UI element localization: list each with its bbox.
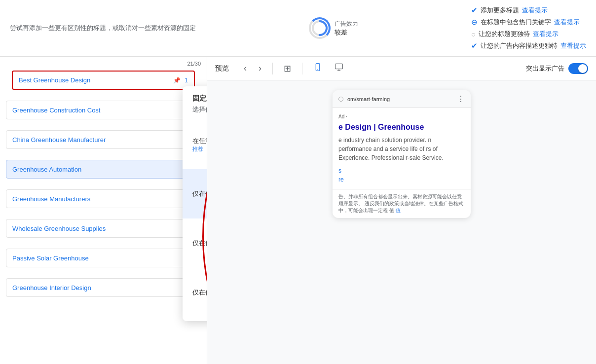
phone-home-indicator [338,97,343,102]
item-wrapper-6: 29/ Wholesale Greenhouse Supplies [6,212,201,238]
top-bar: 尝试再添加一些更有区别性的标题，或取消对一些素材资源的固定 广告效力 较差 ✔ … [0,0,596,57]
counter-7: 24/ [6,242,201,248]
ad-body: e industry chain solution provider. n pe… [338,136,465,162]
headline-item-7[interactable]: Passive Solar Greenhouse [6,249,201,267]
ad-links: s re [338,167,465,183]
item-wrapper-7: 24/ Passive Solar Greenhouse [6,242,201,267]
headline-item-1[interactable]: Best Greenhouse Design 📌 1 [12,71,195,90]
preview-content: om/smart-farming ⋮ Ad · e Design | Green… [207,80,596,364]
dropdown-option-pos2[interactable]: 仅在位置 2 中显示 Ad · [183,218,207,268]
ad-quality-score: 较差 [335,28,358,37]
checked-icon-4: ✔ [471,41,478,50]
ad-quality-label: 广告效力 [335,20,358,28]
headline-text-1: Best Greenhouse Design [19,76,90,84]
headline-item-3[interactable]: China Greenhouse Manufacturer [6,130,201,149]
item-wrapper-2: 32/ Greenhouse Construction Cost [6,94,201,119]
phone-url: om/smart-farming [347,96,457,102]
dropdown-title: 固定此标题 [183,94,207,105]
counter-6: 29/ [6,212,201,218]
headline-text-7: Passive Solar Greenhouse [12,255,89,262]
counter-1: 21/30 [6,61,201,67]
tip-link-2[interactable]: 查看提示 [554,18,580,27]
tip-text-4: 让您的广告内容描述更独特 [481,41,558,50]
mobile-button[interactable] [310,61,325,76]
main-content: 21/30 Best Greenhouse Design 📌 1 32/ Gre… [0,57,596,364]
headline-item-5[interactable]: Greenhouse Manufacturers [6,189,201,208]
dropdown-option-pos3[interactable]: 仅在位置 3 中显示 Ad · [183,268,207,317]
option-pos2-label: 仅在位置 2 中显示 [192,239,207,248]
ad-headline: e Design | Greenhouse [338,122,465,133]
headline-text-6: Wholesale Greenhouse Supplies [12,225,106,232]
pin-num-1: 1 [185,77,188,84]
option-pos3-label: 仅在位置 3 中显示 [192,288,207,297]
headline-text-5: Greenhouse Manufacturers [12,195,90,203]
svg-rect-4 [335,64,343,69]
checked-icon-1: ✔ [471,6,478,15]
ad-tag: Ad · [338,114,465,119]
counter-5: 24/ [6,182,201,188]
tip-link-3[interactable]: 查看提示 [533,30,559,38]
dropdown-option-any[interactable]: 在任意非固定位置显示 推荐 Ad · [183,120,207,169]
toggle-knob [578,64,587,73]
option-pos1-label: 仅在位置 1 中显示 [192,189,207,198]
headline-text-8: Greenhouse Interior Design [12,284,91,291]
item-wrapper-3: 29/ China Greenhouse Manufacturer [6,123,201,149]
ad-link-2[interactable]: re [338,176,465,183]
counter-8: 26/30 [6,271,201,277]
ad-disclaimer-text: 告。并非所有组合都会显示出来。素材资源可能会以任意顺序显示。 违反我们的政策或当… [338,194,463,213]
item-wrapper-5: 24/ Greenhouse Manufacturers [6,182,201,208]
item-wrapper-8: 26/30 Greenhouse Interior Design [6,271,201,297]
desktop-button[interactable] [331,61,347,76]
left-panel: 21/30 Best Greenhouse Design 📌 1 32/ Gre… [0,57,207,364]
tip-row-3: ○ 让您的标题更独特 查看提示 [471,30,586,38]
grid-button[interactable]: ⊞ [281,61,294,76]
highlight-toggle-section: 突出显示广告 [526,63,588,74]
headline-text-4: Greenhouse Automation [12,166,81,173]
right-panel: 预览 ‹ › ⊞ 突出显示广告 om/smar [207,57,596,364]
forward-button[interactable]: › [256,61,264,75]
preview-toolbar: 预览 ‹ › ⊞ 突出显示广告 [207,57,596,80]
highlight-toggle[interactable] [568,63,588,74]
tip-row-1: ✔ 添加更多标题 查看提示 [471,6,586,15]
headline-item-6[interactable]: Wholesale Greenhouse Supplies [6,219,201,238]
phone-menu-icon[interactable]: ⋮ [457,94,465,104]
headline-item-8[interactable]: Greenhouse Interior Design [6,278,201,297]
headline-text-3: China Greenhouse Manufacturer [12,136,106,144]
instruction-text: 尝试再添加一些更有区别性的标题，或取消对一些素材资源的固定 [10,24,196,33]
toolbar-separator-2 [302,63,302,74]
empty-icon-3: ○ [471,30,476,38]
tip-text-2: 在标题中包含热门关键字 [481,18,551,27]
tip-link-4[interactable]: 查看提示 [560,41,586,50]
headline-text-2: Greenhouse Construction Cost [12,107,100,114]
ad-disclaimer: 告。并非所有组合都会显示出来。素材资源可能会以任意顺序显示。 违反我们的政策或当… [333,189,471,218]
back-button[interactable]: ‹ [241,61,250,75]
toolbar-separator-1 [272,63,273,74]
pin-position-dropdown: 固定此标题 选择位置 在任意非固定位置显示 推荐 Ad · [183,86,207,321]
svg-point-3 [317,69,318,70]
dropdown-subtitle: 选择位置 [183,105,207,120]
ad-link-1[interactable]: s [338,167,465,174]
phone-top-bar: om/smart-farming ⋮ [333,90,471,108]
option-any-label: 在任意非固定位置显示 [192,137,207,146]
tip-row-4: ✔ 让您的广告内容描述更独特 查看提示 [471,41,586,50]
counter-2: 32/ [6,94,201,100]
half-icon-2: ⊖ [471,18,478,27]
item-wrapper-4: 21/ Greenhouse Automation [6,153,201,179]
ad-disclaimer-link[interactable]: 值 [396,208,401,213]
counter-4: 21/ [6,153,201,159]
pin-icon-1: 📌 [173,77,181,84]
tip-text-3: 让您的标题更独特 [479,30,530,38]
highlight-label: 突出显示广告 [526,64,564,73]
ad-quality-section: 广告效力 较差 [309,17,358,39]
ad-card: Ad · e Design | Greenhouse e industry ch… [333,108,471,189]
dropdown-option-pos1[interactable]: 仅在位置 1 中显示 Ad · [183,169,207,218]
headline-item-2[interactable]: Greenhouse Construction Cost [6,101,201,119]
headline-item-4[interactable]: Greenhouse Automation [6,160,201,179]
tips-panel: ✔ 添加更多标题 查看提示 ⊖ 在标题中包含热门关键字 查看提示 ○ 让您的标题… [471,6,586,50]
phone-frame: om/smart-farming ⋮ Ad · e Design | Green… [333,90,471,218]
ad-quality-circle [309,17,331,39]
tip-text-1: 添加更多标题 [481,6,519,15]
tip-link-1[interactable]: 查看提示 [522,6,548,15]
preview-label: 预览 [215,64,229,73]
option-any-sublabel: 推荐 [192,146,207,153]
